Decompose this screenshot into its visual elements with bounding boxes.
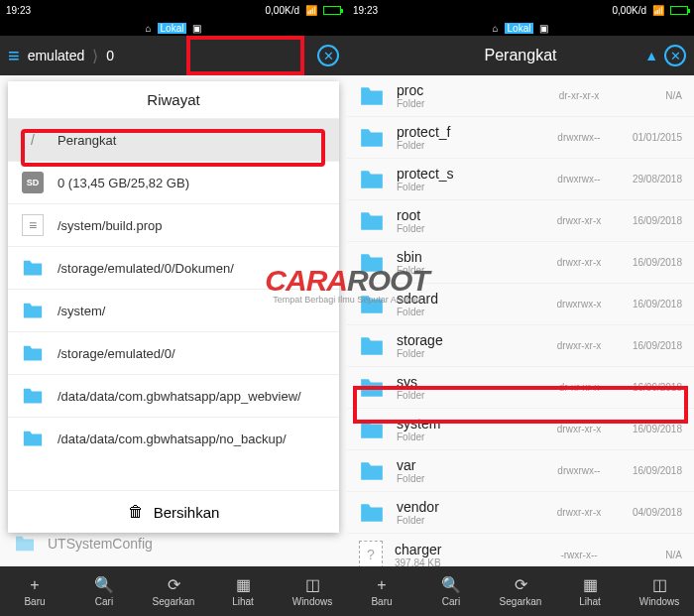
- folder-icon: [359, 377, 385, 399]
- signal-icon: 📶: [305, 5, 317, 16]
- grid-icon: ▦: [236, 575, 251, 594]
- file-perm: -rwxr-x--: [547, 550, 611, 560]
- doc-icon: ≡: [22, 214, 44, 236]
- bottombar-label: Segarkan: [500, 596, 542, 607]
- history-popup: Riwayat /PerangkatSD0 (13,45 GB/25,82 GB…: [8, 81, 339, 533]
- history-item[interactable]: SD0 (13,45 GB/25,82 GB): [8, 161, 339, 203]
- clear-button[interactable]: 🗑 Bersihkan: [8, 490, 339, 533]
- file-name: protect_f: [397, 124, 535, 140]
- history-item[interactable]: ≡/system/build.prop: [8, 203, 339, 246]
- file-info: charger397,84 KB: [395, 542, 535, 567]
- +-icon: +: [377, 576, 386, 594]
- folder-icon: [359, 210, 385, 232]
- bottombar-windows[interactable]: ◫Windows: [625, 566, 694, 616]
- file-row[interactable]: varFolderdrwxrwx--16/09/2018: [347, 450, 694, 492]
- doc-icon: ?: [359, 541, 383, 566]
- topbar: ⌂ Lokal ▣: [0, 20, 347, 36]
- file-row[interactable]: protect_fFolderdrwxrwx--01/01/2015: [347, 117, 694, 159]
- close-icon[interactable]: ✕: [664, 45, 686, 66]
- file-row[interactable]: sysFolderdr-xr-xr-x16/09/2018: [347, 367, 694, 409]
- file-row[interactable]: sdcardFolderdrwxrwx-x16/09/2018: [347, 284, 694, 325]
- content-left: applogs Riwayat /PerangkatSD0 (13,45 GB/…: [0, 75, 347, 566]
- file-sub: Folder: [397, 348, 535, 359]
- file-row[interactable]: ?charger397,84 KB-rwxr-x--N/A: [347, 534, 694, 566]
- file-row[interactable]: procFolderdr-xr-xr-xN/A: [347, 75, 694, 117]
- file-name: root: [397, 207, 535, 223]
- topbar-label: Lokal: [505, 23, 534, 34]
- file-info: varFolder: [397, 457, 535, 484]
- statusbar: 19:23 0,00K/d 📶: [347, 0, 694, 20]
- folder-icon: [359, 502, 385, 524]
- refresh-icon: ⟳: [515, 575, 527, 594]
- bottombar-label: Lihat: [232, 596, 254, 607]
- windows-icon: ◫: [305, 575, 320, 594]
- file-date: 16/09/2018: [623, 382, 682, 393]
- folder-icon: [22, 342, 44, 364]
- file-info: sdcardFolder: [397, 291, 535, 317]
- file-info: storageFolder: [397, 332, 535, 359]
- file-row[interactable]: vendorFolderdrwxr-xr-x04/09/2018: [347, 492, 694, 534]
- file-date: 16/09/2018: [623, 465, 682, 476]
- file-row[interactable]: rootFolderdrwxr-xr-x16/09/2018: [347, 200, 694, 242]
- bottombar-label: Baru: [371, 596, 392, 607]
- history-item[interactable]: /system/: [8, 289, 339, 331]
- file-name: system: [397, 416, 535, 431]
- file-info: protect_sFolder: [397, 166, 535, 192]
- history-item-text: /storage/emulated/0/: [58, 346, 175, 361]
- bottombar-lihat[interactable]: ▦Lihat: [555, 566, 625, 616]
- crumb-zero[interactable]: 0: [106, 48, 114, 63]
- file-info: rootFolder: [397, 207, 535, 234]
- bottombar-lihat[interactable]: ▦Lihat: [208, 566, 278, 616]
- folder-icon: [359, 460, 385, 482]
- file-sub: Folder: [397, 223, 535, 234]
- home-icon: ⌂: [146, 23, 152, 34]
- history-item[interactable]: /storage/emulated/0/: [8, 331, 339, 374]
- folder-icon: [359, 127, 385, 149]
- trash-icon: 🗑: [128, 503, 144, 521]
- file-perm: drwxrwx--: [547, 465, 611, 476]
- file-row[interactable]: sbinFolderdrwxr-xr-x16/09/2018: [347, 242, 694, 284]
- status-speed: 0,00K/d: [613, 5, 646, 16]
- file-perm: drwxr-xr-x: [547, 424, 611, 434]
- history-item[interactable]: /Perangkat: [8, 118, 339, 161]
- bottombar-cari[interactable]: 🔍Cari: [416, 566, 486, 616]
- file-info: vendorFolder: [397, 499, 535, 526]
- history-item[interactable]: /data/data/com.gbwhatsapp/app_webview/: [8, 374, 339, 417]
- arrow-up-icon[interactable]: ▲: [644, 48, 658, 63]
- file-row[interactable]: protect_sFolderdrwxrwx--29/08/2018: [347, 159, 694, 200]
- bottombar-baru[interactable]: +Baru: [347, 566, 416, 616]
- folder-icon: [359, 294, 385, 315]
- file-perm: drwxr-xr-x: [547, 340, 611, 351]
- file-name: sbin: [397, 249, 535, 265]
- crumb-emulated[interactable]: emulated: [28, 48, 85, 63]
- popup-list: /PerangkatSD0 (13,45 GB/25,82 GB)≡/syste…: [8, 118, 339, 490]
- file-row[interactable]: systemFolderdrwxr-xr-x16/09/2018: [347, 409, 694, 450]
- file-info: procFolder: [397, 82, 535, 109]
- bottombar-baru[interactable]: +Baru: [0, 566, 69, 616]
- bottombar-label: Windows: [292, 596, 333, 607]
- file-sub: Folder: [397, 265, 535, 276]
- bottombar-windows[interactable]: ◫Windows: [278, 566, 347, 616]
- history-item[interactable]: /data/data/com.gbwhatsapp/no_backup/: [8, 417, 339, 459]
- history-item[interactable]: /storage/emulated/0/Dokumen/: [8, 246, 339, 289]
- content-right: procFolderdr-xr-xr-xN/Aprotect_fFolderdr…: [347, 75, 694, 566]
- file-name: vendor: [397, 499, 535, 515]
- close-icon[interactable]: ✕: [317, 45, 339, 66]
- history-item-text: 0 (13,45 GB/25,82 GB): [58, 176, 189, 190]
- bottombar: +Baru🔍Cari⟳Segarkan▦Lihat◫Windows: [347, 566, 694, 616]
- bottombar-segarkan[interactable]: ⟳Segarkan: [139, 566, 208, 616]
- file-perm: drwxrwx-x: [547, 299, 611, 309]
- menu-icon[interactable]: ≡: [8, 45, 20, 67]
- popup-title: Riwayat: [8, 81, 339, 118]
- file-sub: Folder: [397, 182, 535, 192]
- breadcrumb-bar: ≡ emulated ⟩ 0 ✕: [0, 36, 347, 75]
- file-row[interactable]: storageFolderdrwxr-xr-x16/09/2018: [347, 325, 694, 367]
- bottombar-cari[interactable]: 🔍Cari: [69, 566, 139, 616]
- file-list: procFolderdr-xr-xr-xN/Aprotect_fFolderdr…: [347, 75, 694, 566]
- file-perm: drwxr-xr-x: [547, 257, 611, 268]
- history-item-text: /system/: [58, 304, 105, 318]
- history-item-text: /storage/emulated/0/Dokumen/: [58, 261, 234, 276]
- bottombar-segarkan[interactable]: ⟳Segarkan: [486, 566, 555, 616]
- battery-icon: [670, 6, 688, 15]
- file-perm: drwxr-xr-x: [547, 507, 611, 518]
